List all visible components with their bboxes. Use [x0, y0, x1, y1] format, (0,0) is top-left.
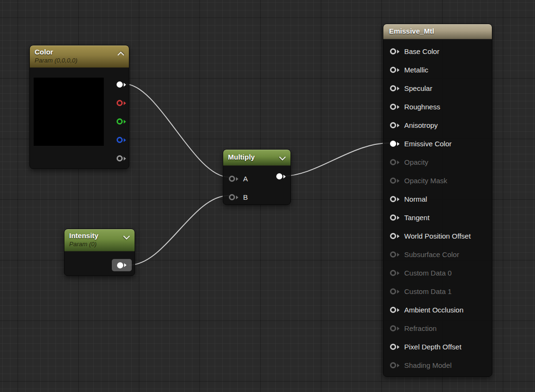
color-output-pins: [117, 75, 126, 168]
material-input-label: Base Color: [404, 47, 439, 55]
intensity-output-pin-highlight: [112, 259, 132, 271]
material-input-label: Metallic: [404, 66, 428, 74]
pin-g-icon[interactable]: [117, 118, 126, 125]
input-label-a: A: [243, 175, 248, 183]
node-subtitle: Param (0,0,0,0): [35, 57, 77, 64]
node-multiply[interactable]: Multiply A B: [223, 149, 291, 205]
pin-r-icon[interactable]: [117, 100, 126, 106]
multiply-output-pin[interactable]: [276, 173, 286, 179]
material-input-row: Metallic: [383, 61, 492, 79]
material-input-row: Normal: [383, 190, 492, 208]
node-color-header[interactable]: Color Param (0,0,0,0): [30, 45, 129, 68]
material-input-pin-icon[interactable]: [390, 233, 399, 239]
node-material-result[interactable]: Emissive_Mtl Base ColorMetallicSpecularR…: [383, 24, 492, 377]
pin-a-icon[interactable]: [117, 155, 126, 161]
multiply-input-rows: A B: [223, 166, 290, 206]
material-input-label: Shading Model: [404, 361, 452, 369]
material-input-row: World Position Offset: [383, 227, 492, 245]
material-input-row: Refraction: [383, 319, 492, 338]
material-input-pin-icon[interactable]: [390, 362, 399, 368]
material-input-pin-icon[interactable]: [390, 251, 399, 258]
material-input-rows: Base ColorMetallicSpecularRoughnessAniso…: [383, 39, 492, 374]
material-input-pin-icon[interactable]: [390, 214, 399, 221]
color-preview-swatch: [34, 78, 104, 146]
intensity-output-pin[interactable]: [117, 262, 127, 268]
node-result-header[interactable]: Emissive_Mtl: [383, 24, 492, 39]
material-input-label: Roughness: [404, 103, 440, 111]
material-input-label: Pixel Depth Offset: [404, 343, 462, 351]
output-pin-g[interactable]: [117, 112, 126, 131]
material-input-pin-icon[interactable]: [390, 270, 399, 276]
material-input-label: Emissive Color: [404, 140, 452, 148]
material-input-pin-icon[interactable]: [390, 85, 399, 91]
wire-color-to-multiply-a[interactable]: [124, 84, 229, 177]
input-pin-b-icon[interactable]: [229, 194, 238, 200]
material-input-label: Opacity Mask: [404, 177, 447, 185]
material-input-pin-icon[interactable]: [390, 196, 399, 202]
material-input-row: Opacity: [383, 153, 492, 171]
material-input-label: Normal: [404, 195, 427, 203]
node-intensity-header-text: Intensity Param (0): [69, 232, 99, 248]
pin-rgb-icon[interactable]: [117, 81, 126, 88]
material-input-label: World Position Offset: [404, 232, 471, 240]
material-input-row: Base Color: [383, 42, 492, 61]
material-input-pin-icon[interactable]: [390, 104, 399, 110]
material-input-label: Custom Data 0: [404, 269, 452, 277]
material-input-row: Opacity Mask: [383, 171, 492, 190]
material-input-row: Anisotropy: [383, 116, 492, 134]
node-color-header-text: Color Param (0,0,0,0): [35, 48, 77, 64]
node-subtitle: Param (0): [69, 241, 99, 248]
material-input-label: Custom Data 1: [404, 287, 452, 295]
pin-b-icon[interactable]: [117, 137, 126, 143]
material-input-label: Ambient Occlusion: [404, 306, 463, 314]
material-input-pin-icon[interactable]: [390, 48, 399, 54]
material-input-pin-icon[interactable]: [390, 344, 399, 350]
input-pin-a-icon[interactable]: [229, 176, 238, 182]
node-multiply-header[interactable]: Multiply: [223, 150, 290, 166]
node-title: Emissive_Mtl: [389, 27, 434, 36]
material-graph-canvas[interactable]: Color Param (0,0,0,0) Multiply A B: [0, 0, 535, 392]
input-label-b: B: [243, 193, 248, 201]
material-input-pin-icon[interactable]: [390, 178, 399, 184]
node-intensity-parameter[interactable]: Intensity Param (0): [64, 229, 135, 276]
material-input-row: Custom Data 0: [383, 264, 492, 282]
multiply-input-b: B: [229, 188, 290, 206]
material-input-pin-icon[interactable]: [390, 67, 399, 73]
output-pin-r[interactable]: [117, 94, 126, 112]
material-input-label: Refraction: [404, 324, 436, 332]
output-pin-rgb[interactable]: [117, 75, 126, 94]
material-input-row: Custom Data 1: [383, 282, 492, 301]
material-input-row: Ambient Occlusion: [383, 301, 492, 319]
material-input-pin-icon[interactable]: [390, 307, 399, 313]
material-input-row: Emissive Color: [383, 134, 492, 153]
node-title: Intensity: [69, 232, 99, 240]
output-pin-b[interactable]: [117, 131, 126, 149]
output-pin-a[interactable]: [117, 149, 126, 168]
material-input-row: Tangent: [383, 208, 492, 227]
material-input-pin-icon[interactable]: [390, 159, 399, 165]
node-intensity-header[interactable]: Intensity Param (0): [64, 229, 135, 251]
node-color-parameter[interactable]: Color Param (0,0,0,0): [29, 45, 129, 169]
collapse-button[interactable]: [279, 152, 286, 162]
node-title: Color: [35, 48, 77, 56]
material-input-row: Shading Model: [383, 356, 492, 374]
chevron-up-icon: [118, 52, 124, 58]
material-input-label: Subsurface Color: [404, 250, 459, 258]
wire-intensity-to-multiply-b[interactable]: [129, 196, 229, 265]
node-title: Multiply: [228, 153, 255, 161]
material-input-row: Pixel Depth Offset: [383, 338, 492, 356]
wire-multiply-to-emissive[interactable]: [283, 143, 389, 176]
material-input-label: Anisotropy: [404, 121, 438, 129]
material-input-label: Tangent: [404, 214, 429, 222]
collapse-button[interactable]: [123, 232, 130, 241]
material-input-pin-icon[interactable]: [390, 141, 399, 147]
material-input-pin-icon[interactable]: [390, 288, 399, 294]
material-input-row: Roughness: [383, 98, 492, 116]
material-input-pin-icon[interactable]: [390, 122, 399, 128]
material-input-label: Specular: [404, 84, 432, 92]
collapse-button[interactable]: [118, 48, 124, 60]
material-input-pin-icon[interactable]: [390, 325, 399, 331]
material-input-row: Subsurface Color: [383, 245, 492, 264]
material-input-label: Opacity: [404, 158, 428, 166]
chevron-down-icon: [123, 233, 130, 240]
